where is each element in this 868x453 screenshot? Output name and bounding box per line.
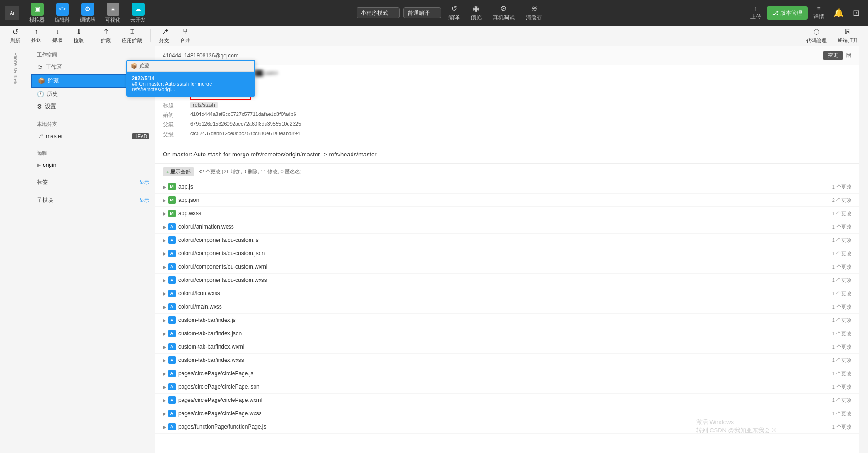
toolbar-editor[interactable]: </> 编辑器 [51, 1, 74, 25]
settings-sidebar-icon: ⚙ [37, 103, 42, 110]
version-mgr-button[interactable]: ⎇ 版本管理 [767, 6, 808, 20]
sub-separator-1 [92, 29, 92, 42]
file-type-badge: A [168, 383, 176, 390]
tags-title: 标签 [37, 178, 139, 186]
push-btn[interactable]: ↑ 推送 [27, 26, 46, 46]
fu-button[interactable]: 附 [846, 52, 851, 59]
file-name: pages/circlePage/circlePage.wxss [178, 410, 832, 417]
branch-master[interactable]: ⎇ master HEAD [31, 131, 155, 142]
clear-cache-icon: ≋ [531, 4, 537, 13]
submodule-show-btn[interactable]: 显示 [139, 197, 149, 204]
table-row[interactable]: ▶Apages/circlePage/circlePage.json1 个更改 [155, 380, 859, 394]
file-type-badge: M [168, 196, 176, 204]
terminal-label: 终端打开 [838, 37, 858, 44]
message-button[interactable]: 🔔 [830, 6, 847, 20]
table-row[interactable]: ▶Acolorui/animation.wxss1 个更改 [155, 220, 859, 234]
toolbar-debugger[interactable]: ⚙ 调试器 [76, 1, 99, 25]
detail-icon: ≡ [817, 6, 820, 12]
compile-button[interactable]: ↺ 编译 [445, 2, 463, 23]
expand-icon: ▶ [163, 224, 166, 229]
file-changes: 1 个更改 [832, 397, 851, 404]
table-row[interactable]: ▶Mapp.wxss1 个更改 [155, 207, 859, 220]
parent1-label: 父级 [163, 121, 190, 129]
table-row[interactable]: ▶Mapp.js1 个更改 [155, 180, 859, 194]
remote-expand-icon: ▶ [37, 162, 41, 168]
branch-master-name: master [46, 133, 132, 139]
author-value: ████████ <██████@██.com> [190, 70, 851, 76]
mode-select[interactable]: 小程序模式 [357, 7, 400, 18]
table-row[interactable]: ▶Apages/circlePage/circlePage.js1 个更改 [155, 367, 859, 380]
expand-icon: ▶ [163, 291, 166, 296]
sidebar-item-settings[interactable]: ⚙ 设置 [31, 100, 155, 113]
detail-button[interactable]: ≡ 详情 [810, 4, 828, 23]
parent1-row: 父级 679b126e15326092aec72a60f8da3955510d2… [163, 121, 851, 129]
table-row[interactable]: ▶Acolorui/components/cu-custom.wxml1 个更改 [155, 260, 859, 274]
left-panel: iPhone XR 85% [0, 46, 31, 453]
table-row[interactable]: ▶Acolorui/components/cu-custom.wxss1 个更改 [155, 274, 859, 287]
table-row[interactable]: ▶Acustom-tab-bar/index.json1 个更改 [155, 327, 859, 340]
version-mgr-label: 版本管理 [780, 10, 802, 16]
app-logo: Ai [5, 6, 19, 20]
device-info: iPhone XR 85% [11, 50, 20, 86]
simulator-icon: ▣ [31, 3, 44, 16]
file-type-badge: M [168, 183, 176, 190]
file-name: custom-tab-bar/index.json [178, 330, 832, 337]
table-row[interactable]: ▶Acolorui/components/cu-custom.js1 个更改 [155, 234, 859, 247]
stash-btn[interactable]: ↥ 贮藏 [96, 26, 115, 46]
table-row[interactable]: ▶Acolorui/main.wxss1 个更改 [155, 300, 859, 314]
expand-icon: ▶ [163, 278, 166, 283]
change-button[interactable]: 变更 [823, 51, 843, 60]
branch-btn[interactable]: ⎇ 分支 [154, 26, 174, 46]
clear-cache-button[interactable]: ≋ 清缓存 [522, 2, 546, 23]
expand-icon: ▶ [163, 318, 166, 323]
tags-show-btn[interactable]: 显示 [139, 179, 149, 186]
subject-label: 标题 [163, 102, 190, 109]
terminal-btn[interactable]: ⎘ 终端打开 [833, 26, 862, 46]
file-name: custom-tab-bar/index.wxss [178, 357, 832, 363]
toolbar-right: ↑ 上传 ⎇ 版本管理 ≡ 详情 🔔 ⊡ [747, 4, 863, 23]
author-date-row: 作者日期 2022/5/14 下午2:40:09 [163, 80, 851, 87]
apply-stash-icon: ↧ [129, 28, 135, 36]
preview-button[interactable]: ◉ 预览 [467, 2, 485, 23]
table-row[interactable]: ▶Acustom-tab-bar/index.wxss1 个更改 [155, 354, 859, 367]
remote-origin[interactable]: ▶ origin [31, 160, 155, 171]
table-row[interactable]: ▶Apages/circlePage/circlePage.wxml1 个更改 [155, 394, 859, 407]
table-row[interactable]: ▶Acustom-tab-bar/index.js1 个更改 [155, 314, 859, 327]
expand-icon: ▶ [163, 184, 166, 189]
tags-section: 标签 显示 [31, 173, 155, 191]
show-all-button[interactable]: + 显示全部 [163, 167, 194, 176]
refresh-btn[interactable]: ↺ 刷新 [6, 26, 25, 46]
real-debug-label: 真机调试 [493, 14, 515, 22]
cloud-label: 云开发 [130, 17, 146, 23]
workspace-title: 工作空间 [31, 49, 155, 61]
toolbar-cloud[interactable]: ☁ 云开发 [127, 1, 149, 25]
debugger-icon: ⚙ [81, 3, 94, 16]
apply-stash-btn[interactable]: ↧ 应用贮藏 [117, 26, 147, 46]
table-row[interactable]: ▶Acustom-tab-bar/index.wxml1 个更改 [155, 340, 859, 354]
expand-icon: ▶ [163, 411, 166, 416]
sidebar-toggle-button[interactable]: ⊡ [849, 6, 863, 20]
code-mgr-btn[interactable]: ↑ 上传 [747, 4, 765, 23]
file-name: custom-tab-bar/index.js [178, 317, 832, 323]
table-row[interactable]: ▶Acolorui/icon.wxss1 个更改 [155, 287, 859, 300]
table-row[interactable]: ▶Mapp.json2 个更改 [155, 194, 859, 207]
table-row[interactable]: ▶Acolorui/components/cu-custom.json1 个更改 [155, 247, 859, 260]
toolbar-visualize[interactable]: ◈ 可视化 [102, 1, 124, 25]
fetch-btn[interactable]: ↓ 抓取 [48, 26, 67, 46]
file-changes: 1 个更改 [832, 344, 851, 350]
file-type-badge: A [168, 303, 176, 310]
pull-btn[interactable]: ⇓ 拉取 [69, 26, 88, 46]
compile-select[interactable]: 普通编译 [403, 7, 441, 18]
real-debug-button[interactable]: ⚙ 真机调试 [489, 2, 518, 23]
merge-btn[interactable]: ⑂ 合并 [176, 26, 195, 46]
toolbar-simulator[interactable]: ▣ 模拟器 [26, 1, 48, 25]
real-debug-icon: ⚙ [500, 4, 507, 13]
stash-popup-item[interactable]: 2022/5/14 #0 On master: Auto stash for m… [127, 72, 254, 96]
branch-label: 分支 [159, 37, 169, 44]
code-management-btn[interactable]: ⬡ 代码管理 [802, 26, 831, 46]
expand-icon: ▶ [163, 344, 166, 350]
expand-icon: ▶ [163, 398, 166, 403]
stash-popup: 📦 贮藏 2022/5/14 #0 On master: Auto stash … [126, 60, 255, 97]
code-mgr-label: 上传 [750, 13, 761, 21]
changes-header: + 显示全部 32 个更改 (21 增加, 0 删除, 11 修改, 0 匿名名… [155, 164, 859, 180]
